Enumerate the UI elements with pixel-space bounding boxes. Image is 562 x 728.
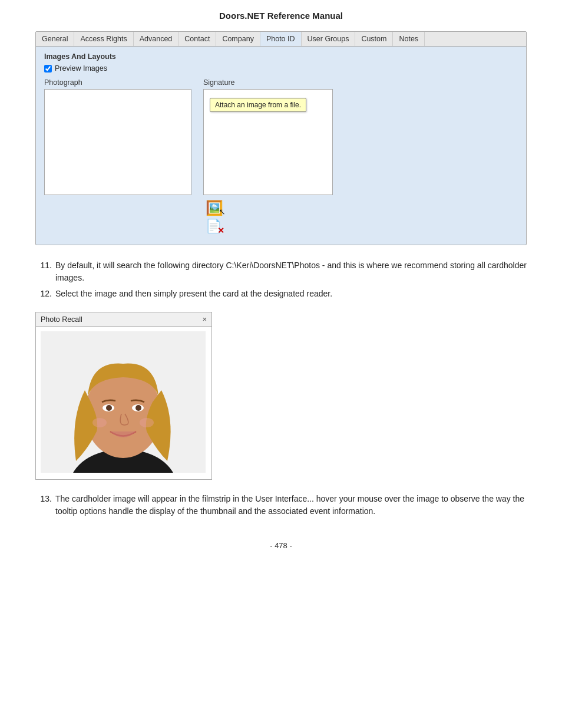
tab-contact[interactable]: Contact — [178, 32, 216, 46]
signature-label: Signature — [203, 78, 333, 87]
red-x-icon: ✕ — [217, 226, 224, 235]
signature-section: Signature Attach an image from a file. 🖼… — [203, 78, 333, 235]
preview-images-row: Preview Images — [44, 64, 518, 73]
tab-company[interactable]: Company — [216, 32, 260, 46]
tab-access-rights[interactable]: Access Rights — [74, 32, 133, 46]
preview-images-checkbox[interactable] — [44, 65, 52, 73]
tab-bar: General Access Rights Advanced Contact C… — [36, 32, 526, 47]
tab-content-area: Images And Layouts Preview Images Photog… — [36, 47, 526, 245]
photo-recall-title: Photo Recall — [41, 315, 82, 324]
svg-point-9 — [140, 418, 154, 427]
cursor-icon: ↖ — [219, 207, 226, 216]
tab-photo-id[interactable]: Photo ID — [260, 32, 302, 46]
svg-point-6 — [106, 405, 112, 411]
step-11: 11. By default, it will search the follo… — [35, 259, 527, 284]
page-title: Doors.NET Reference Manual — [0, 0, 562, 31]
attach-button[interactable]: 🖼️ ↖ — [206, 200, 223, 216]
photo-recall-image-area — [36, 327, 211, 479]
tab-user-groups[interactable]: User Groups — [302, 32, 356, 46]
attach-tooltip: Attach an image from a file. — [210, 98, 306, 112]
photo-recall-box: Photo Recall × — [35, 312, 212, 480]
photograph-section: Photograph — [44, 78, 191, 195]
images-row: Photograph Signature Attach an image fro… — [44, 78, 518, 235]
photo-recall-close-button[interactable]: × — [202, 315, 207, 324]
tab-advanced[interactable]: Advanced — [134, 32, 179, 46]
signature-area: Attach an image from a file. — [203, 89, 333, 195]
step-13-text: The cardholder image will appear in the … — [55, 493, 527, 518]
step-12: 12. Select the image and then simply pre… — [35, 288, 527, 300]
tab-notes[interactable]: Notes — [393, 32, 425, 46]
step-11-text: By default, it will search the following… — [55, 259, 527, 284]
photograph-label: Photograph — [44, 78, 191, 87]
delete-button[interactable]: 📄 ✕ — [206, 219, 223, 235]
steps-list: 11. By default, it will search the follo… — [35, 259, 527, 300]
preview-images-label: Preview Images — [55, 64, 107, 73]
person-svg — [41, 331, 206, 473]
svg-point-7 — [135, 405, 141, 411]
step-12-num: 12. — [35, 288, 52, 300]
tab-general[interactable]: General — [36, 32, 74, 46]
step-13-list: 13. The cardholder image will appear in … — [35, 493, 527, 518]
step-13: 13. The cardholder image will appear in … — [35, 493, 527, 518]
tab-panel: General Access Rights Advanced Contact C… — [35, 31, 527, 245]
photograph-box — [44, 89, 191, 195]
step-13-num: 13. — [35, 493, 52, 518]
svg-point-8 — [92, 418, 107, 427]
page-footer: - 478 - — [0, 541, 562, 562]
step-11-num: 11. — [35, 259, 52, 284]
tab-custom[interactable]: Custom — [355, 32, 393, 46]
section-label: Images And Layouts — [44, 52, 518, 61]
photo-recall-header: Photo Recall × — [36, 312, 211, 327]
icon-row: 🖼️ ↖ 📄 ✕ — [206, 200, 333, 235]
step-12-text: Select the image and then simply present… — [55, 288, 332, 300]
